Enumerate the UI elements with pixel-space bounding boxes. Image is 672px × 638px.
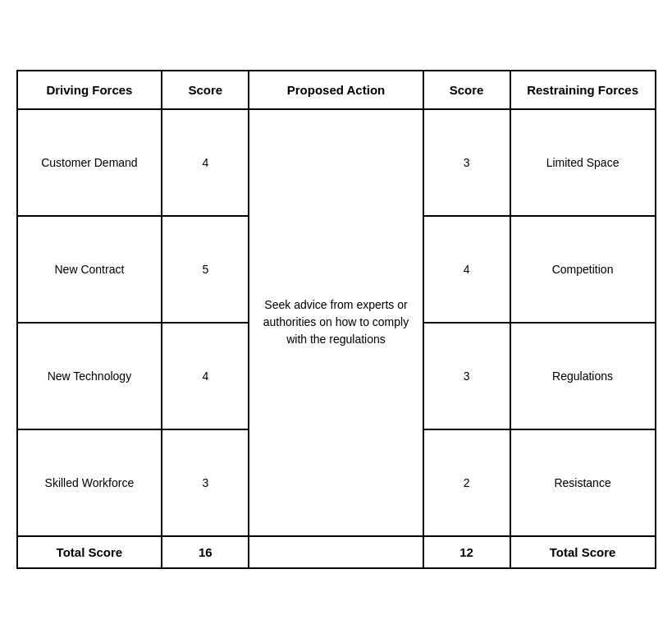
total-label-right: Total Score [510,536,656,568]
total-label-left: Total Score [17,536,162,568]
score-right-3: 3 [423,323,510,429]
header-restraining: Restraining Forces [510,71,656,109]
force-field-table: Driving Forces Score Proposed Action Sco… [16,70,656,569]
driving-force-4: Skilled Workforce [17,429,162,536]
restraining-force-3: Regulations [510,323,656,429]
header-proposed: Proposed Action [249,71,423,109]
driving-force-3: New Technology [17,323,162,429]
total-row: Total Score 16 12 Total Score [17,536,656,568]
score-right-4: 2 [423,429,510,536]
driving-force-2: New Contract [17,216,162,323]
total-proposed-empty [249,536,423,568]
table-row: Customer Demand 4 Seek advice from exper… [17,109,656,216]
score-right-1: 3 [423,109,510,216]
restraining-force-4: Resistance [510,429,656,536]
header-driving: Driving Forces [17,71,162,109]
header-score-right: Score [423,71,510,109]
score-left-2: 5 [162,216,249,323]
score-left-4: 3 [162,429,249,536]
header-score-left: Score [162,71,249,109]
total-score-left: 16 [162,536,249,568]
score-right-2: 4 [423,216,510,323]
proposed-action-cell: Seek advice from experts or authorities … [249,109,423,536]
restraining-force-2: Competition [510,216,656,323]
total-score-right: 12 [423,536,510,568]
restraining-force-1: Limited Space [510,109,656,216]
header-row: Driving Forces Score Proposed Action Sco… [17,71,656,109]
driving-force-1: Customer Demand [17,109,162,216]
score-left-3: 4 [162,323,249,429]
score-left-1: 4 [162,109,249,216]
